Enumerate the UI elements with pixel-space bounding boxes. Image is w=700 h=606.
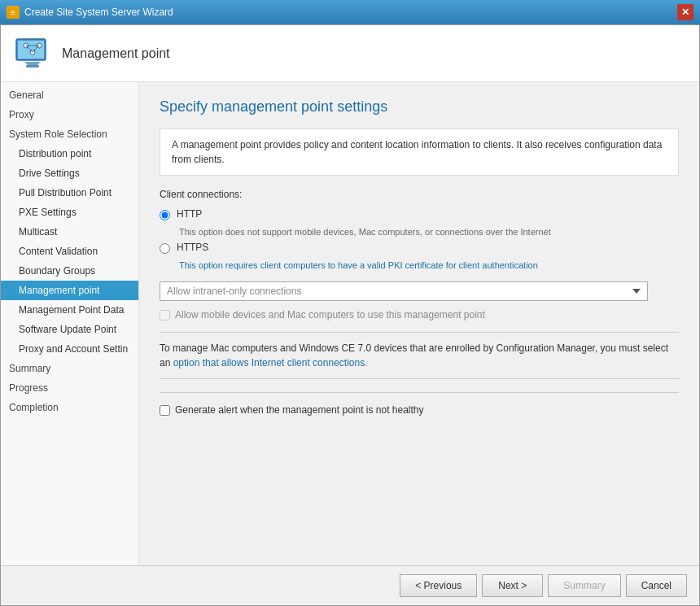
sidebar-item-system-role-selection[interactable]: System Role Selection (1, 124, 138, 144)
page-title: Specify management point settings (160, 98, 679, 116)
svg-rect-3 (26, 65, 39, 68)
mobile-devices-checkbox-row: Allow mobile devices and Mac computers t… (160, 309, 679, 320)
sidebar-item-general[interactable]: General (1, 85, 138, 105)
sidebar-item-management-point-data[interactable]: Management Point Data (1, 300, 138, 320)
sidebar-item-proxy-account-settings[interactable]: Proxy and Account Settin (1, 339, 138, 359)
https-description: This option requires client computers to… (179, 260, 679, 270)
previous-button[interactable]: < Previous (400, 574, 477, 597)
title-bar-left: ≡ Create Site System Server Wizard (7, 6, 173, 19)
https-label[interactable]: HTTPS (177, 242, 208, 253)
client-connections-label: Client connections: (160, 189, 679, 200)
sidebar: GeneralProxySystem Role SelectionDistrib… (1, 82, 139, 565)
next-button[interactable]: Next > (482, 574, 543, 597)
content-area: GeneralProxySystem Role SelectionDistrib… (1, 82, 699, 565)
info-text: A management point provides policy and c… (172, 139, 662, 165)
sidebar-item-boundary-groups[interactable]: Boundary Groups (1, 261, 138, 281)
notice-box: To manage Mac computers and Windows CE 7… (160, 332, 679, 379)
connections-dropdown[interactable]: Allow intranet-only connections Allow In… (160, 281, 648, 301)
http-radio-item: HTTP (160, 208, 679, 220)
sidebar-item-management-point[interactable]: Management point (1, 281, 138, 300)
main-window: Management point GeneralProxySystem Role… (0, 24, 700, 606)
generate-alert-row: Generate alert when the management point… (160, 404, 679, 416)
mobile-devices-label: Allow mobile devices and Mac computers t… (175, 309, 485, 320)
header-icon (13, 34, 52, 73)
sidebar-item-pull-distribution-point[interactable]: Pull Distribution Point (1, 183, 138, 203)
sidebar-item-summary[interactable]: Summary (1, 359, 138, 378)
app-icon: ≡ (7, 6, 20, 19)
sidebar-item-progress[interactable]: Progress (1, 378, 138, 398)
radio-group: HTTP This option does not support mobile… (160, 208, 679, 270)
generate-alert-label: Generate alert when the management point… (175, 404, 424, 416)
sidebar-item-content-validation[interactable]: Content Validation (1, 242, 138, 261)
notice-link: option that allows Internet client conne… (173, 357, 368, 368)
main-content: Specify management point settings A mana… (139, 82, 699, 565)
wizard-header: Management point (1, 25, 699, 82)
https-radio-item: HTTPS (160, 242, 679, 254)
info-box: A management point provides policy and c… (160, 129, 679, 176)
header-title: Management point (62, 46, 170, 61)
sidebar-item-distribution-point[interactable]: Distribution point (1, 144, 138, 163)
mobile-devices-checkbox[interactable] (160, 310, 170, 320)
divider (160, 392, 679, 393)
https-radio[interactable] (160, 243, 170, 254)
close-button[interactable]: ✕ (677, 4, 693, 20)
sidebar-item-multicast[interactable]: Multicast (1, 222, 138, 242)
notice-text: To manage Mac computers and Windows CE 7… (160, 342, 668, 368)
http-description: This option does not support mobile devi… (179, 227, 679, 237)
sidebar-item-proxy[interactable]: Proxy (1, 105, 138, 124)
http-radio[interactable] (160, 210, 170, 220)
summary-button[interactable]: Summary (548, 574, 620, 597)
cancel-button[interactable]: Cancel (626, 574, 687, 597)
sidebar-item-pxe-settings[interactable]: PXE Settings (1, 203, 138, 222)
title-bar-text: Create Site System Server Wizard (24, 7, 173, 18)
title-bar: ≡ Create Site System Server Wizard ✕ (0, 0, 700, 24)
footer: < Previous Next > Summary Cancel (1, 565, 699, 605)
dropdown-row: Allow intranet-only connections Allow In… (160, 281, 679, 301)
svg-marker-2 (24, 62, 41, 65)
http-label[interactable]: HTTP (177, 208, 202, 220)
sidebar-item-drive-settings[interactable]: Drive Settings (1, 163, 138, 183)
sidebar-item-completion[interactable]: Completion (1, 398, 138, 417)
sidebar-item-software-update-point[interactable]: Software Update Point (1, 320, 138, 339)
generate-alert-checkbox[interactable] (160, 405, 170, 416)
